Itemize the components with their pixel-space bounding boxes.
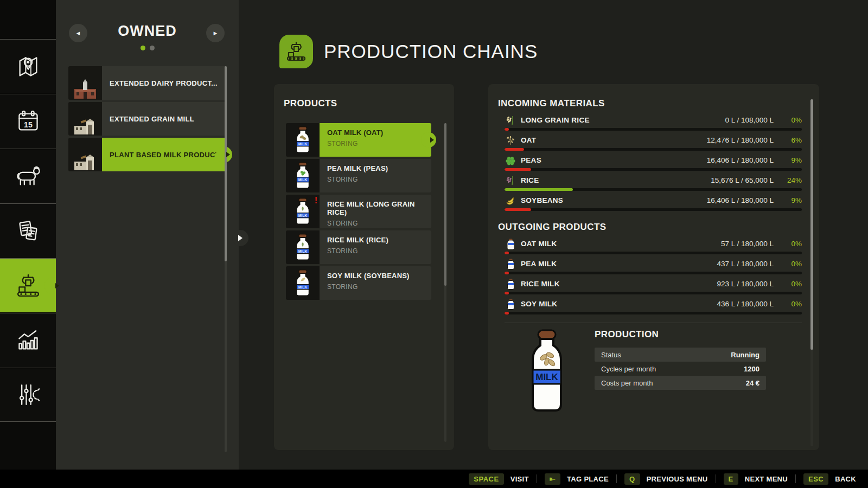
hint-back[interactable]: ESC BACK <box>803 473 856 485</box>
product-name: PEA MILK <box>521 260 717 268</box>
selected-tab-arrow-icon <box>55 283 59 288</box>
chevron-right-icon <box>238 235 242 241</box>
panel-collapse-button[interactable] <box>232 230 248 246</box>
material-name: RICE <box>521 176 711 184</box>
product-item-rice-milk-long-grain[interactable]: ! MILK RICE MILK (LONG GRAIN RICE) STORI… <box>286 195 431 228</box>
product-name: OAT MILK <box>521 240 721 248</box>
material-row-soybeans: SOYBEANS 16,406 L / 180,000 L 9% <box>505 195 802 215</box>
sidebar-item-settings[interactable] <box>0 368 56 422</box>
material-row-peas: PEAS 16,406 L / 180,000 L 9% <box>505 155 802 175</box>
product-title: OAT MILK (OAT) <box>327 129 431 137</box>
building-label: EXTENDED GRAIN MILL <box>110 115 194 123</box>
alert-icon: ! <box>315 196 317 206</box>
details-scrollbar[interactable] <box>810 99 813 446</box>
svg-text:MILK: MILK <box>298 214 308 217</box>
product-status: STORING <box>327 283 431 291</box>
page-header: PRODUCTION CHAINS <box>279 35 538 68</box>
product-amount: 923 L / 180,000 L <box>717 280 774 288</box>
material-name: LONG GRAIN RICE <box>521 116 725 124</box>
selected-product-image: MILK <box>527 329 566 415</box>
svg-text:MILK: MILK <box>298 249 308 253</box>
product-item-pea-milk[interactable]: MILK PEA MILK (PEAS) STORING <box>286 159 431 192</box>
material-amount: 0 L / 108,000 L <box>725 116 774 124</box>
fill-bar <box>505 128 802 131</box>
product-item-oat-milk[interactable]: MILK OAT MILK (OAT) STORING <box>286 123 431 157</box>
page-dot-active[interactable] <box>141 46 145 50</box>
owned-next-button[interactable]: ► <box>206 24 225 42</box>
production-chain-icon <box>284 40 308 63</box>
building-item-dairy[interactable]: EXTENDED DAIRY PRODUCT... <box>68 66 227 100</box>
milk-bottle-icon <box>505 238 516 250</box>
sidebar-item-statistics[interactable] <box>0 313 56 367</box>
material-amount: 12,476 L / 180,000 L <box>707 136 774 144</box>
sidebar-item-animals[interactable] <box>0 149 56 203</box>
sidebar-item-production[interactable] <box>0 258 56 312</box>
svg-text:MILK: MILK <box>298 178 308 182</box>
products-scrollbar[interactable] <box>444 123 446 442</box>
product-amount: 57 L / 180,000 L <box>721 240 774 248</box>
dairy-building-image <box>71 78 99 100</box>
milk-bottle-icon: MILK <box>293 269 312 297</box>
hint-tag-place[interactable]: ⇤ TAG PLACE <box>545 473 609 485</box>
production-table: Status Running Cycles per month 1200 Cos… <box>595 348 766 390</box>
product-thumbnail: MILK <box>286 123 320 157</box>
milk-bottle-icon <box>505 258 516 270</box>
sidebar-item-calendar[interactable]: 15 <box>0 94 56 148</box>
product-list: MILK OAT MILK (OAT) STORING MI <box>286 123 431 302</box>
owned-scrollbar[interactable] <box>225 66 227 452</box>
table-row-status: Status Running <box>595 348 766 362</box>
product-status: STORING <box>327 140 431 147</box>
material-row-long-grain-rice: LONG GRAIN RICE 0 L / 108,000 L 0% <box>505 114 802 134</box>
sidebar-item-map[interactable] <box>0 39 56 93</box>
building-thumbnail <box>68 102 102 136</box>
sidebar-item-finances[interactable] <box>0 203 56 258</box>
product-name: SOY MILK <box>521 300 717 308</box>
milk-bottle-icon: MILK <box>293 197 312 226</box>
product-row-oat-milk: OAT MILK 57 L / 180,000 L 0% <box>505 238 802 258</box>
hint-visit[interactable]: SPACE VISIT <box>469 473 528 485</box>
product-percent: 0% <box>774 280 802 288</box>
owned-panel: ◄ OWNED ► <box>56 0 239 470</box>
building-label: PLANT BASED MILK PRODUCT <box>110 151 220 159</box>
production-info: PRODUCTION Status Running Cycles per mon… <box>595 329 766 390</box>
section-divider <box>505 323 802 323</box>
product-thumbnail: MILK <box>286 230 320 264</box>
production-chains-screen: 15 <box>0 0 868 488</box>
oat-icon <box>505 134 516 146</box>
outgoing-products-heading: OUTGOING PRODUCTS <box>498 222 606 233</box>
hint-previous-menu[interactable]: Q PREVIOUS MENU <box>624 473 708 485</box>
fill-bar <box>505 292 802 294</box>
production-chains-badge <box>279 35 313 68</box>
rice-icon <box>505 175 516 187</box>
main-sidebar: 15 <box>0 0 56 470</box>
space-key: SPACE <box>469 473 503 485</box>
status-value: Running <box>731 351 760 359</box>
esc-key: ESC <box>803 473 828 485</box>
building-item-plant-milk[interactable]: PLANT BASED MILK PRODUCT <box>68 138 227 171</box>
costs-value: 24 € <box>746 379 760 387</box>
material-percent: 24% <box>774 176 802 184</box>
product-title: RICE MILK (RICE) <box>327 236 431 244</box>
production-heading: PRODUCTION <box>595 329 766 340</box>
milk-bottle-icon <box>505 278 516 290</box>
product-item-soy-milk[interactable]: MILK SOY MILK (SOYBEANS) STORING <box>286 266 431 300</box>
soybeans-icon <box>505 195 516 207</box>
product-title: RICE MILK (LONG GRAIN RICE) <box>327 200 431 216</box>
cow-icon <box>14 162 42 190</box>
key-hint-bar: SPACE VISIT ⇤ TAG PLACE Q PREVIOUS MENU … <box>0 470 868 488</box>
product-status: STORING <box>327 220 431 227</box>
building-item-grain-mill[interactable]: EXTENDED GRAIN MILL <box>68 102 227 136</box>
material-amount: 16,406 L / 180,000 L <box>707 156 774 164</box>
material-percent: 6% <box>774 136 802 144</box>
separator <box>537 474 537 483</box>
product-name: RICE MILK <box>521 280 717 288</box>
product-title: SOY MILK (SOYBEANS) <box>327 272 431 280</box>
outgoing-products-list: OAT MILK 57 L / 180,000 L 0% PEA MILK <box>505 238 802 318</box>
fill-bar <box>505 272 802 274</box>
separator <box>795 474 796 483</box>
page-dot[interactable] <box>150 46 155 50</box>
product-item-rice-milk[interactable]: MILK RICE MILK (RICE) STORING <box>286 230 431 264</box>
milk-bottle-icon <box>505 298 516 310</box>
hint-next-menu[interactable]: E NEXT MENU <box>724 473 788 485</box>
production-chain-icon <box>14 272 42 300</box>
